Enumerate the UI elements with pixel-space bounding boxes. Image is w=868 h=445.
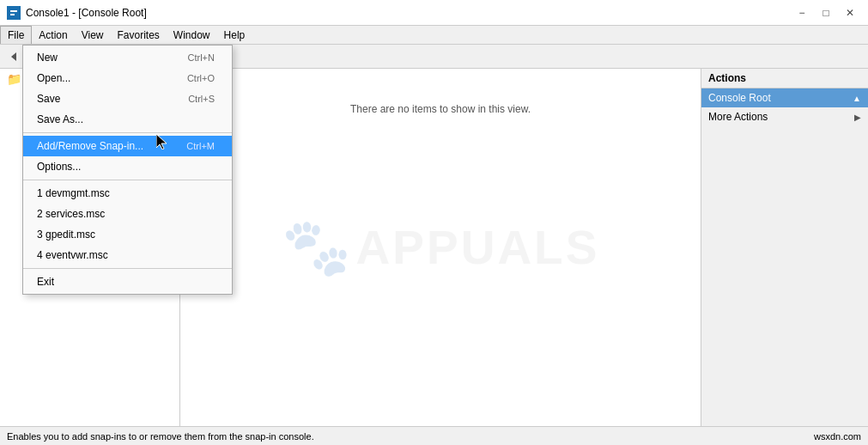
separator-3 — [23, 268, 232, 269]
file-dropdown-menu: New Ctrl+N Open... Ctrl+O Save Ctrl+S Sa… — [22, 45, 233, 295]
center-panel: There are no items to show in this view.… — [180, 69, 701, 426]
new-label: New — [37, 52, 58, 64]
recent-4-label: 4 eventvwr.msc — [37, 249, 108, 261]
app-icon — [7, 6, 21, 20]
title-bar: Console1 - [Console Root] − □ ✕ — [0, 0, 868, 26]
menu-file[interactable]: File — [0, 26, 32, 44]
menu-recent-1[interactable]: 1 devmgmt.msc — [23, 183, 232, 204]
menu-favorites[interactable]: Favorites — [111, 26, 167, 44]
open-label: Open... — [37, 72, 70, 84]
save-label: Save — [37, 93, 60, 105]
chevron-up-icon: ▲ — [853, 94, 861, 103]
menu-new[interactable]: New Ctrl+N — [23, 47, 232, 68]
right-panel: Actions Console Root ▲ More Actions ▶ — [701, 69, 868, 426]
svg-rect-0 — [9, 8, 19, 18]
svg-marker-3 — [11, 52, 16, 61]
title-bar-controls: − □ ✕ — [791, 4, 861, 21]
no-items-text: There are no items to show in this view. — [350, 103, 531, 115]
add-remove-snapin-label: Add/Remove Snap-in... — [37, 140, 143, 152]
menu-add-remove-snapin[interactable]: Add/Remove Snap-in... Ctrl+M — [23, 136, 232, 156]
save-shortcut: Ctrl+S — [188, 94, 215, 104]
menu-options[interactable]: Options... — [23, 156, 232, 177]
recent-1-label: 1 devmgmt.msc — [37, 187, 110, 199]
separator-2 — [23, 180, 232, 180]
add-remove-shortcut: Ctrl+M — [186, 141, 215, 151]
actions-header: Actions — [701, 69, 868, 88]
save-as-label: Save As... — [37, 113, 83, 125]
menu-recent-2[interactable]: 2 services.msc — [23, 204, 232, 224]
watermark: 🐾 APPUALS — [282, 215, 600, 280]
status-message: Enables you to add snap-ins to or remove… — [7, 431, 314, 442]
recent-3-label: 3 gpedit.msc — [37, 229, 95, 241]
minimize-button[interactable]: − — [791, 4, 813, 21]
menu-exit[interactable]: Exit — [23, 271, 232, 292]
menu-action[interactable]: Action — [32, 26, 74, 44]
actions-console-root[interactable]: Console Root ▲ — [701, 88, 868, 107]
menu-save[interactable]: Save Ctrl+S — [23, 88, 232, 109]
more-actions-label: More Actions — [708, 111, 768, 123]
menu-view[interactable]: View — [75, 26, 111, 44]
more-actions-item[interactable]: More Actions ▶ — [701, 107, 868, 126]
status-bar: Enables you to add snap-ins to or remove… — [0, 426, 868, 445]
options-label: Options... — [37, 161, 81, 173]
svg-rect-1 — [10, 10, 17, 12]
menu-save-as[interactable]: Save As... — [23, 109, 232, 130]
window-title: Console1 - [Console Root] — [26, 7, 147, 19]
separator-1 — [23, 132, 232, 133]
menu-recent-3[interactable]: 3 gpedit.msc — [23, 224, 232, 245]
maximize-button[interactable]: □ — [815, 4, 837, 21]
menu-open[interactable]: Open... Ctrl+O — [23, 68, 232, 88]
watermark-text: APPUALS — [356, 220, 600, 275]
website-label: wsxdn.com — [814, 431, 861, 442]
svg-rect-2 — [10, 14, 15, 15]
close-button[interactable]: ✕ — [839, 4, 861, 21]
folder-icon: 📁 — [7, 72, 21, 86]
menu-window[interactable]: Window — [167, 26, 217, 44]
open-shortcut: Ctrl+O — [187, 73, 215, 83]
menu-recent-4[interactable]: 4 eventvwr.msc — [23, 245, 232, 265]
console-root-label: Console Root — [708, 92, 771, 104]
menu-bar: File Action View Favorites Window Help — [0, 26, 868, 45]
title-bar-left: Console1 - [Console Root] — [7, 6, 147, 20]
new-shortcut: Ctrl+N — [188, 52, 215, 63]
recent-2-label: 2 services.msc — [37, 208, 105, 220]
exit-label: Exit — [37, 276, 54, 288]
chevron-right-icon: ▶ — [854, 113, 861, 122]
toolbar-back-button[interactable] — [3, 47, 24, 66]
menu-help[interactable]: Help — [217, 26, 252, 44]
